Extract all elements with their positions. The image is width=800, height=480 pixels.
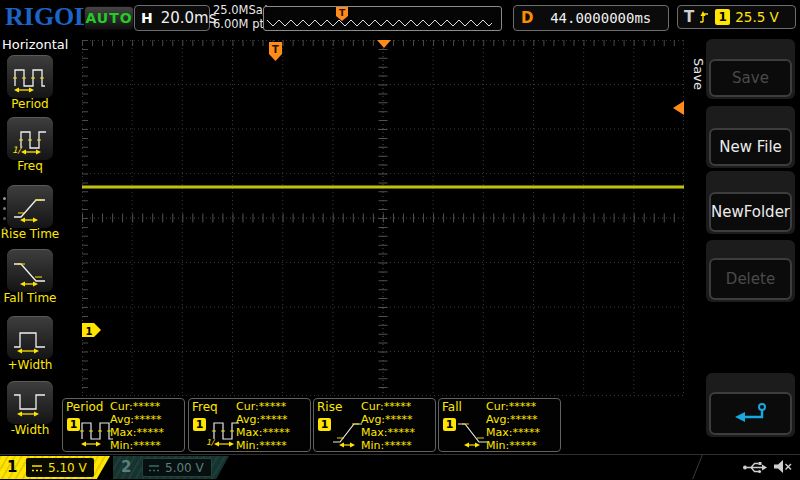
h-label: H: [141, 10, 153, 26]
stat-value: *****: [510, 413, 538, 426]
fall-time-icon: [12, 255, 48, 287]
rise-time-icon: [12, 191, 48, 223]
timebase-value: 20.0ms: [161, 9, 217, 27]
stat-label: Avg:: [486, 413, 510, 426]
t-label: T: [684, 8, 694, 26]
svg-text:1: 1: [86, 326, 93, 337]
back-button[interactable]: [709, 392, 792, 435]
enter-icon: [731, 402, 771, 426]
channel-1-scale: 5.10 V: [48, 461, 87, 475]
stat-value: *****: [384, 400, 412, 413]
stat-value: *****: [384, 439, 412, 452]
dc-coupling-icon: [31, 463, 43, 473]
measure-item-minus-width-label: -Width: [0, 423, 61, 437]
stat-value: *****: [133, 439, 161, 452]
thumbnail-waveform: T: [264, 7, 499, 28]
softkey-frame: New File: [706, 106, 795, 168]
delay-box: D 44.0000000ms: [513, 5, 669, 31]
trigger-status-box: T 1 25.5 V: [677, 5, 796, 29]
right-menu-panel: Save Save New File NewFolder Delete: [688, 36, 800, 453]
softkey-frame: NewFolder: [706, 171, 795, 234]
channel-2-scale: 5.00 V: [165, 461, 204, 475]
softkey-frame: Save: [706, 39, 795, 99]
measurement-stats: Cur:***** Avg:***** Max:***** Min:*****: [486, 400, 540, 452]
stat-label: Cur:: [486, 400, 509, 413]
measurement-panel-fall: Fall 1 Cur:***** Avg:***** Max:***** Min…: [438, 398, 561, 452]
measure-item-period[interactable]: [7, 55, 53, 98]
measure-item-rise-time[interactable]: [7, 185, 53, 228]
channel-1-number: 1: [7, 458, 17, 476]
measure-item-rise-time-label: Rise Time: [0, 227, 61, 241]
measurement-panel-rise: Rise 1 Cur:***** Avg:***** Max:***** Min…: [313, 398, 436, 452]
channel-badge: 1: [193, 418, 206, 431]
left-menu-title: Horizontal: [2, 37, 68, 52]
run-status-badge: AUTO: [84, 6, 134, 30]
trigger-level-marker[interactable]: [673, 101, 684, 115]
trigger-center-marker: [377, 40, 391, 48]
measure-item-freq-label: Freq: [0, 159, 61, 173]
stat-value: *****: [262, 426, 290, 439]
stat-label: Avg:: [236, 413, 260, 426]
stat-value: *****: [387, 426, 415, 439]
stat-value: *****: [512, 426, 540, 439]
stat-label: Max:: [486, 426, 512, 439]
svg-text:T: T: [339, 8, 346, 18]
stat-value: *****: [133, 400, 161, 413]
channel-1-banner[interactable]: 1 5.10 V: [0, 456, 110, 479]
channel-2-scale-box: 5.00 V: [142, 458, 212, 477]
measure-item-plus-width[interactable]: [7, 316, 53, 359]
channel-badge: 1: [443, 418, 456, 431]
ch1-trace: [82, 185, 684, 188]
ch1-ground-marker[interactable]: 1: [82, 323, 101, 337]
trigger-source-badge: 1: [715, 9, 730, 25]
channel-2-number: 2: [121, 458, 131, 476]
stat-label: Min:: [236, 439, 259, 452]
measure-item-fall-time[interactable]: [7, 249, 53, 292]
svg-text:T: T: [272, 44, 279, 55]
channel-2-banner[interactable]: 2 5.00 V: [113, 456, 229, 479]
measurement-name: Period: [66, 400, 103, 414]
channel-badge: 1: [67, 418, 80, 431]
softkey-frame: Delete: [706, 240, 795, 302]
thumbnail-trigger-marker[interactable]: T: [336, 7, 348, 21]
measure-item-freq[interactable]: 1/: [7, 117, 53, 160]
d-label: D: [521, 9, 533, 27]
stat-value: *****: [136, 426, 164, 439]
menu-scroll-dot: [3, 217, 6, 220]
measurement-name: Fall: [442, 400, 462, 414]
rigol-logo: RIGOL: [5, 2, 92, 32]
stat-value: *****: [260, 413, 288, 426]
new-file-button[interactable]: New File: [709, 128, 792, 166]
waveform-position-thumbnail: T: [263, 6, 502, 31]
stat-label: Max:: [110, 426, 136, 439]
measure-item-fall-time-label: Fall Time: [0, 291, 61, 305]
measurement-panel-period: Period 1 Cur:***** Avg:***** Max:***** M…: [62, 398, 185, 452]
measurement-stats: Cur:***** Avg:***** Max:***** Min:*****: [110, 400, 164, 452]
usb-icon: [742, 459, 768, 476]
stat-value: *****: [509, 439, 537, 452]
stat-label: Avg:: [110, 413, 134, 426]
stat-value: *****: [385, 413, 413, 426]
graticule: T 1: [82, 40, 684, 396]
oscilloscope-screen: RIGOL AUTO H 20.0ms 25.0MSa/s 6.00M pts …: [0, 0, 800, 480]
stat-label: Min:: [361, 439, 384, 452]
stat-value: *****: [259, 439, 287, 452]
stat-label: Min:: [110, 439, 133, 452]
svg-text:1/: 1/: [206, 438, 216, 447]
measure-item-minus-width[interactable]: [7, 381, 53, 424]
delete-button[interactable]: Delete: [709, 258, 792, 300]
stat-value: *****: [509, 400, 537, 413]
channel-badge: 1: [318, 418, 331, 431]
stat-label: Cur:: [236, 400, 259, 413]
save-button[interactable]: Save: [709, 59, 792, 97]
stat-label: Cur:: [110, 400, 133, 413]
stat-label: Max:: [236, 426, 262, 439]
delay-value: 44.0000000ms: [533, 10, 668, 26]
rising-edge-icon: [699, 9, 710, 25]
stat-label: Cur:: [361, 400, 384, 413]
trigger-position-marker[interactable]: T: [269, 42, 282, 61]
freq-icon: 1/: [12, 123, 48, 155]
stat-value: *****: [259, 400, 287, 413]
measurement-name: Freq: [192, 400, 218, 414]
new-folder-button[interactable]: NewFolder: [709, 192, 792, 232]
